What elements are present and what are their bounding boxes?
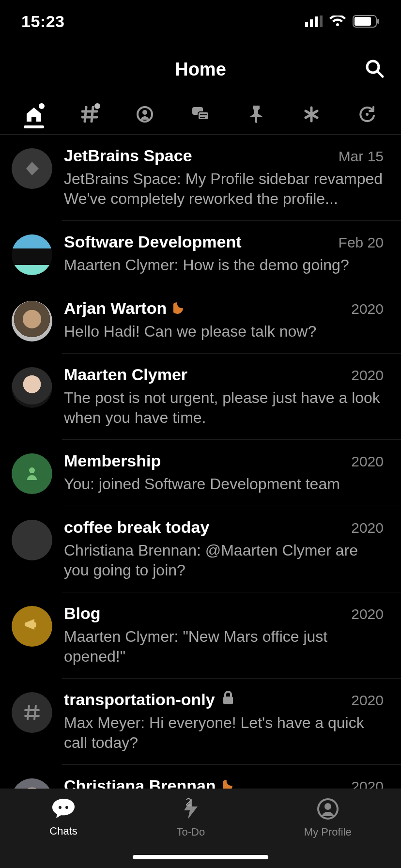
svg-rect-6 [377,19,379,24]
avatar [12,606,52,647]
svg-rect-2 [315,16,318,27]
chat-row-arjan[interactable]: Arjan Warton 2020 Hello Hadi! Can we ple… [0,287,401,353]
threads-icon [191,106,210,124]
home-filter[interactable] [21,103,46,128]
avatar [12,148,52,189]
chat-time: Feb 20 [339,234,384,251]
battery-icon [353,15,380,28]
chat-content: Maarten Clymer 2020 The post is not urge… [64,365,384,428]
chat-name: coffee break today [64,518,209,537]
chat-time: 2020 [351,453,384,470]
status-indicators [305,15,380,28]
threads-filter[interactable] [188,103,213,128]
chat-preview: Max Meyer: Hi everyone! Let's have a qui… [64,713,384,753]
chat-row-coffee[interactable]: coffee break today 2020 Christiana Brenn… [0,506,401,592]
avatar [12,234,52,275]
chat-preview: You: joined Software Development team [64,474,384,494]
refresh-icon [359,106,375,124]
notification-dot [39,103,45,109]
chat-content: Software Development Feb 20 Maarten Clym… [64,232,384,275]
chat-content: transportation-only 2020 Max Meyer: Hi e… [64,690,384,753]
svg-point-16 [29,467,35,473]
svg-rect-17 [223,697,233,704]
chat-time: 2020 [351,301,384,317]
chat-content: Blog 2020 Maarten Clymer: "New Mars offi… [64,604,384,666]
asterisk-icon [303,106,320,124]
tab-profile[interactable]: My Profile [304,798,352,838]
chat-content: Arjan Warton 2020 Hello Hadi! Can we ple… [64,299,384,341]
chat-time: 2020 [351,778,384,789]
chat-name: Christiana Brennan [64,776,216,789]
avatar [12,692,52,733]
chat-row-softdev[interactable]: Software Development Feb 20 Maarten Clym… [0,221,401,287]
people-filter[interactable] [132,103,157,128]
page-title: Home [175,59,226,80]
chat-row-membership[interactable]: Membership 2020 You: joined Software Dev… [0,440,401,506]
tab-label: Chats [49,825,77,837]
starred-filter[interactable] [299,103,324,128]
chat-row-blog[interactable]: Blog 2020 Maarten Clymer: "New Mars offi… [0,592,401,678]
svg-line-8 [378,72,383,77]
chat-name: Software Development [64,232,242,251]
recent-filter[interactable] [355,103,380,128]
pin-icon [249,106,263,125]
chat-time: 2020 [351,606,384,622]
chat-row-maarten[interactable]: Maarten Clymer 2020 The post is not urge… [0,354,401,439]
search-button[interactable] [364,58,385,80]
svg-point-15 [366,113,369,116]
chat-preview: Christiana Brennan: @Maarten Clymer are … [64,541,384,580]
svg-rect-13 [200,114,207,115]
svg-point-19 [65,806,68,809]
chat-list[interactable]: JetBrains Space Mar 15 JetBrains Space: … [0,135,401,789]
chat-content: JetBrains Space Mar 15 JetBrains Space: … [64,146,384,209]
avatar [12,301,52,341]
channels-filter[interactable] [77,103,102,128]
svg-rect-14 [200,117,205,118]
avatar [12,367,52,408]
chat-time: 2020 [351,692,384,709]
wifi-icon [329,16,346,27]
search-icon [364,72,385,80]
chat-row-transport[interactable]: transportation-only 2020 Max Meyer: Hi e… [0,679,401,764]
chat-content: coffee break today 2020 Christiana Brenn… [64,518,384,580]
chat-row-jetbrains[interactable]: JetBrains Space Mar 15 JetBrains Space: … [0,135,401,220]
chat-name: Membership [64,451,161,470]
avatar [12,453,52,494]
tab-chats[interactable]: Chats [49,798,77,837]
avatar [12,520,52,560]
profile-icon [317,798,339,822]
pins-filter[interactable] [244,103,269,128]
tab-badge: 2 [185,796,191,808]
notification-dot [94,103,100,109]
status-bar: 15:23 [0,0,401,43]
tab-label: To-Do [176,826,205,838]
chat-name: JetBrains Space [64,146,192,165]
svg-rect-0 [305,22,308,27]
moon-icon [223,778,236,789]
chat-name: Blog [64,604,101,623]
person-icon [137,106,153,124]
filter-strip [0,96,401,135]
lock-icon [222,691,234,707]
cellular-icon [305,16,323,27]
chat-preview: Hello Hadi! Can we please talk now? [64,322,384,341]
home-indicator [133,855,268,859]
avatar [12,778,52,789]
chat-time: Mar 15 [339,148,384,165]
chat-content: Membership 2020 You: joined Software Dev… [64,451,384,494]
chat-time: 2020 [351,367,384,384]
header: Home [0,43,401,96]
tab-label: My Profile [304,826,352,838]
svg-rect-5 [355,17,371,26]
chat-content: Christiana Brennan 2020 Hi Hadi, how are… [64,776,384,789]
chat-name: Maarten Clymer [64,365,187,384]
chat-preview: The post is not urgent, please just have… [64,388,384,428]
tab-todo[interactable]: 2 To-Do [176,798,205,838]
svg-point-18 [59,806,62,809]
svg-rect-12 [198,112,209,120]
chat-name: Arjan Warton [64,299,167,318]
svg-rect-3 [320,16,323,27]
chat-row-chris[interactable]: Christiana Brennan 2020 Hi Hadi, how are… [0,765,401,789]
chat-preview: JetBrains Space: My Profile sidebar reva… [64,169,384,209]
moon-icon [173,300,187,316]
